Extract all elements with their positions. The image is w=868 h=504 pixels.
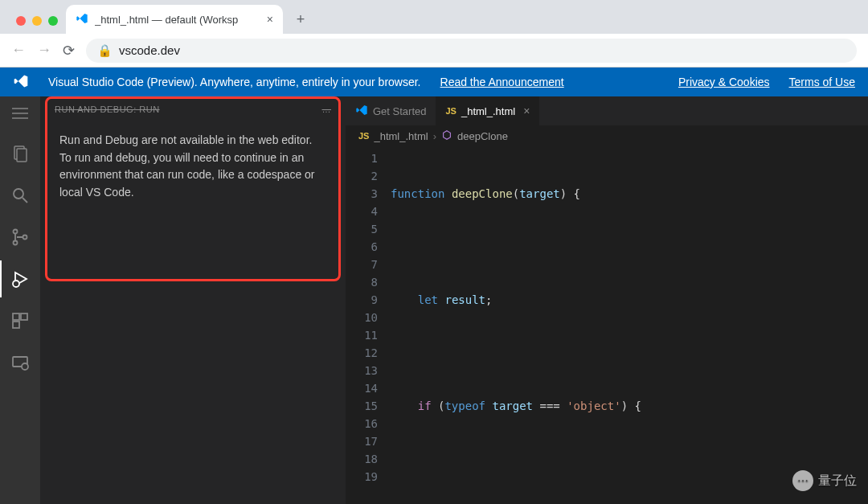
activity-remote[interactable] <box>0 344 40 381</box>
svg-point-2 <box>14 189 23 199</box>
lock-icon: 🔒 <box>97 43 113 58</box>
wechat-icon: ⋯ <box>792 470 813 491</box>
sidebar-header: RUN AND DEBUG: RUN … <box>40 96 346 117</box>
window-maximize-button[interactable] <box>48 16 58 26</box>
tab-strip: _html_.html — default (Worksp × + <box>0 0 868 34</box>
editor-tab-label: Get Started <box>373 105 426 117</box>
line-number: 10 <box>346 309 378 326</box>
line-number: 8 <box>346 273 378 291</box>
svg-point-7 <box>13 281 19 287</box>
sidebar-more-button[interactable]: … <box>322 104 332 114</box>
url-host: vscode.dev <box>119 43 180 57</box>
vscode-preview-banner: Visual Studio Code (Preview). Anywhere, … <box>0 68 868 96</box>
activity-source-control[interactable] <box>0 219 40 256</box>
breadcrumb[interactable]: JS _html_.html › deepClone <box>346 125 868 146</box>
sidebar-message: Run and Debug are not available in the w… <box>48 117 338 216</box>
line-number: 11 <box>346 326 378 344</box>
vscode-favicon-icon <box>76 12 88 27</box>
url-field[interactable]: 🔒 vscode.dev <box>86 39 857 63</box>
line-number: 9 <box>346 291 378 309</box>
js-file-icon: JS <box>358 131 369 141</box>
svg-point-5 <box>14 241 18 245</box>
address-bar: ← → ⟳ 🔒 vscode.dev <box>0 34 868 68</box>
line-number: 3 <box>346 185 378 203</box>
svg-point-12 <box>22 363 28 370</box>
line-number: 6 <box>346 238 378 256</box>
line-number: 19 <box>346 468 378 486</box>
browser-tab-close-button[interactable]: × <box>267 13 273 26</box>
banner-link-announcement[interactable]: Read the Announcement <box>440 76 564 88</box>
editor-tab-close-button[interactable]: × <box>523 104 530 117</box>
svg-point-6 <box>23 236 27 240</box>
line-number: 14 <box>346 379 378 397</box>
window-close-button[interactable] <box>16 16 26 26</box>
editor-tab-label: _html_.html <box>461 105 515 117</box>
window-controls <box>8 16 66 34</box>
line-number: 13 <box>346 362 378 379</box>
svg-rect-1 <box>17 149 27 162</box>
svg-point-4 <box>14 230 18 234</box>
line-number: 18 <box>346 450 378 468</box>
line-number: 4 <box>346 203 378 220</box>
svg-rect-8 <box>13 313 19 320</box>
activity-bar <box>0 96 40 504</box>
line-number: 7 <box>346 256 378 273</box>
svg-rect-9 <box>21 313 27 320</box>
activity-search[interactable] <box>0 177 40 214</box>
forward-button[interactable]: → <box>37 42 51 59</box>
vscode-logo-icon <box>13 73 29 92</box>
js-file-icon: JS <box>445 106 456 116</box>
symbol-method-icon <box>441 129 452 143</box>
editor-area: Get Started JS _html_.html × JS _html_.h… <box>346 96 868 504</box>
browser-chrome: _html_.html — default (Worksp × + ← → ⟳ … <box>0 0 868 68</box>
chevron-right-icon: › <box>433 130 436 142</box>
activity-explorer[interactable] <box>0 135 40 172</box>
svg-line-3 <box>23 198 27 203</box>
editor-tab-file[interactable]: JS _html_.html × <box>436 96 539 125</box>
activity-run-debug[interactable] <box>0 260 40 297</box>
svg-rect-10 <box>13 322 19 328</box>
line-number: 17 <box>346 432 378 450</box>
breadcrumb-file: _html_.html <box>374 130 428 142</box>
browser-tab-title: _html_.html — default (Worksp <box>95 14 260 26</box>
reload-button[interactable]: ⟳ <box>63 42 75 59</box>
watermark-text: 量子位 <box>818 473 857 490</box>
sidebar-title: RUN AND DEBUG: RUN <box>55 104 160 114</box>
line-number: 1 <box>346 150 378 167</box>
activity-extensions[interactable] <box>0 302 40 339</box>
code-content[interactable]: function deepClone(target) { let result;… <box>391 146 868 504</box>
line-number: 5 <box>346 220 378 238</box>
back-button[interactable]: ← <box>11 42 26 59</box>
vscode-workbench: RUN AND DEBUG: RUN … Run and Debug are n… <box>0 96 868 504</box>
code-editor[interactable]: 1 2 3 4 5 6 7 8 9 10 11 12 13 14 15 16 1… <box>346 146 868 504</box>
line-number: 12 <box>346 344 378 362</box>
editor-tab-bar: Get Started JS _html_.html × <box>346 96 868 125</box>
watermark: ⋯ 量子位 <box>792 470 857 491</box>
new-tab-button[interactable]: + <box>289 8 312 31</box>
browser-tab[interactable]: _html_.html — default (Worksp × <box>66 5 283 34</box>
banner-link-terms[interactable]: Terms of Use <box>789 76 855 88</box>
line-number-gutter: 1 2 3 4 5 6 7 8 9 10 11 12 13 14 15 16 1… <box>346 146 391 504</box>
menu-button[interactable] <box>12 104 28 130</box>
line-number: 15 <box>346 397 378 415</box>
line-number: 2 <box>346 167 378 185</box>
window-minimize-button[interactable] <box>32 16 42 26</box>
banner-message: Visual Studio Code (Preview). Anywhere, … <box>48 76 421 88</box>
breadcrumb-symbol: deepClone <box>457 130 508 142</box>
line-number: 16 <box>346 415 378 432</box>
vscode-icon <box>355 104 368 119</box>
banner-link-privacy[interactable]: Privacy & Cookies <box>678 76 770 88</box>
sidebar-run-debug: RUN AND DEBUG: RUN … Run and Debug are n… <box>40 96 346 504</box>
editor-tab-get-started[interactable]: Get Started <box>346 96 436 125</box>
